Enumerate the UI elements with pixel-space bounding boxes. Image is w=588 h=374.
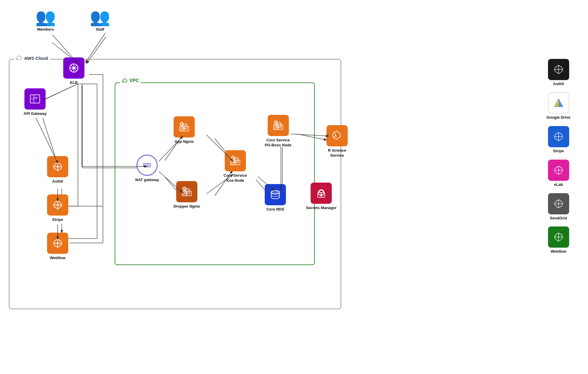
sidebar-elab: eLab	[548, 160, 569, 187]
r-science-label: R Science Service	[328, 148, 346, 158]
secrets-manager-node: Secrets Manager	[306, 183, 337, 211]
svg-line-29	[71, 69, 73, 71]
core-service-pgboss-label: Core Service PG-Boss Node	[265, 138, 291, 148]
nat-gateway-label: NAT gateway	[135, 178, 159, 183]
svg-point-46	[183, 187, 186, 191]
app-ngnix-node: App Ngnix	[174, 116, 195, 144]
sidebar-stripe-icon	[548, 126, 569, 147]
nat-gateway-icon	[136, 155, 158, 176]
sidebar-sendgrid-label: SendGrid	[550, 216, 567, 221]
app-ngnix-label: App Ngnix	[175, 139, 194, 144]
elb-label: ELB	[70, 80, 78, 85]
stripe-left-node: Stripe	[47, 194, 68, 222]
vpc-label: VPC	[120, 78, 141, 84]
members-node: 👥 Members	[35, 9, 56, 32]
core-rds-label: Core RDS	[266, 207, 284, 212]
core-rds-icon	[265, 184, 286, 205]
svg-point-60	[320, 194, 322, 196]
core-service-pgboss-icon	[268, 115, 289, 136]
api-gateway-label: API Gateway	[24, 111, 47, 116]
sidebar-sendgrid-icon	[548, 193, 569, 214]
staff-node: 👥 Staff	[90, 9, 110, 32]
svg-point-42	[180, 122, 184, 126]
sidebar-googledrive: Google Drive	[547, 92, 570, 120]
sidebar-stripe: Stripe	[548, 126, 569, 154]
core-service-koa-label: Core Service Koa Node	[224, 173, 247, 183]
app-ngnix-icon	[174, 116, 195, 138]
diagram-container: AWS Cloud VPC 👥 Members 👥 Staff	[0, 0, 588, 374]
api-gateway-node: </> API API Gateway	[24, 88, 47, 116]
stripe-left-label: Stripe	[52, 217, 63, 222]
auth0-left-node: Auth0	[47, 156, 68, 184]
core-service-pgboss-node: Core Service PG-Boss Node	[265, 115, 291, 148]
staff-icon: 👥	[90, 9, 110, 25]
svg-text:λ: λ	[334, 132, 337, 138]
dropper-ngnix-label: Dropper Ngnix	[174, 204, 200, 209]
stripe-left-icon	[47, 194, 68, 216]
dropper-ngnix-icon	[176, 181, 197, 202]
sidebar-auth0-label: Auth0	[553, 82, 564, 87]
nat-gateway-node: NAT gateway	[135, 155, 159, 183]
svg-rect-49	[235, 160, 240, 165]
staff-label: Staff	[96, 27, 104, 32]
svg-rect-41	[184, 126, 189, 131]
svg-point-50	[231, 156, 235, 160]
sidebar-googledrive-label: Google Drive	[547, 115, 570, 120]
r-science-node: λ R Science Service	[327, 125, 348, 158]
aws-cloud-label: AWS Cloud	[14, 55, 50, 61]
members-label: Members	[37, 27, 54, 32]
r-science-icon: λ	[327, 125, 348, 146]
sidebar-webflow: Webflow	[548, 226, 569, 254]
elb-node: ELB	[63, 57, 84, 85]
auth0-left-icon	[47, 156, 68, 177]
svg-line-28	[75, 65, 77, 67]
secrets-manager-label: Secrets Manager	[306, 206, 337, 211]
sidebar-webflow-icon	[548, 226, 569, 248]
svg-rect-53	[278, 125, 283, 130]
svg-rect-45	[187, 191, 191, 196]
members-icon: 👥	[35, 9, 56, 25]
sidebar-auth0-icon	[548, 59, 569, 80]
webflow-left-icon	[47, 233, 68, 254]
sidebar-elab-icon	[548, 160, 569, 181]
svg-point-56	[271, 191, 279, 194]
core-service-koa-node: Core Service Koa Node	[224, 150, 247, 183]
svg-line-26	[71, 65, 73, 67]
api-gateway-icon: </> API	[24, 88, 46, 110]
auth0-left-label: Auth0	[52, 179, 63, 184]
svg-point-21	[72, 67, 75, 69]
webflow-left-label: Webflow	[50, 256, 65, 261]
svg-line-66	[85, 33, 105, 63]
svg-line-27	[75, 69, 77, 71]
svg-point-54	[274, 121, 278, 124]
sidebar-stripe-label: Stripe	[553, 149, 564, 154]
webflow-left-node: Webflow	[47, 233, 68, 261]
sidebar-auth0: Auth0	[548, 59, 569, 87]
dropper-ngnix-node: Dropper Ngnix	[174, 181, 200, 209]
sidebar-elab-label: eLab	[554, 182, 563, 187]
core-rds-node: Core RDS	[265, 184, 286, 212]
sidebar: Auth0 Google Drive	[547, 59, 570, 254]
sidebar-webflow-label: Webflow	[551, 249, 566, 254]
sidebar-sendgrid: SendGrid	[548, 193, 569, 221]
svg-text:API: API	[34, 96, 38, 99]
secrets-manager-icon	[311, 183, 332, 204]
elb-icon	[63, 57, 84, 79]
sidebar-googledrive-icon	[548, 92, 569, 114]
core-service-koa-icon	[225, 150, 246, 171]
